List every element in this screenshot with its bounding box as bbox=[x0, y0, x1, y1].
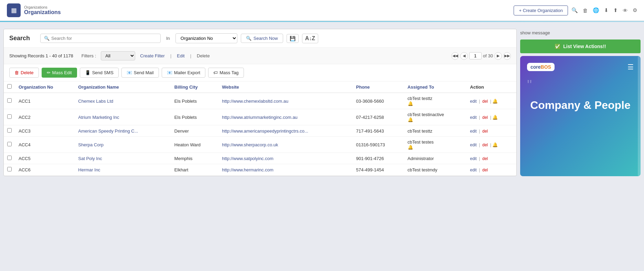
alert-icon-1: 🔔 bbox=[408, 117, 413, 122]
table-row: ACC3 American Speedy Printing C... Denve… bbox=[4, 125, 516, 137]
action-sep2-1: | bbox=[490, 115, 491, 120]
cell-city-2: Denver bbox=[171, 125, 218, 137]
pagination: ◀◀ ◀ of 30 ▶ ▶▶ bbox=[451, 52, 511, 60]
delete-button[interactable]: 🗑 Delete bbox=[9, 68, 39, 78]
action-alert-icon-3: 🔔 bbox=[492, 142, 498, 147]
website-link-0[interactable]: http://www.chemexlabsltd.com.au bbox=[222, 99, 288, 104]
search-icon[interactable]: 🔍 bbox=[571, 7, 578, 13]
cell-city-3: Heaton Ward bbox=[171, 137, 218, 153]
pagination-last-button[interactable]: ▶▶ bbox=[503, 52, 511, 60]
pagination-prev-button[interactable]: ◀ bbox=[460, 52, 468, 60]
website-link-5[interactable]: http://www.hermarinc.com bbox=[222, 167, 273, 172]
cell-website-1: http://www.atriummarketinginc.com.au bbox=[218, 109, 353, 125]
del-link-5[interactable]: del bbox=[482, 168, 488, 172]
org-name-link-1[interactable]: Atrium Marketing Inc bbox=[78, 115, 119, 120]
org-name-link-4[interactable]: Sat Poly Inc bbox=[78, 156, 102, 161]
col-assigned-to[interactable]: Assigned To bbox=[404, 81, 467, 93]
org-name-link-2[interactable]: American Speedy Printing C... bbox=[78, 128, 138, 134]
mailer-export-label: Mailer Export bbox=[174, 70, 201, 75]
filters-dropdown[interactable]: All bbox=[101, 51, 135, 60]
col-website[interactable]: Website bbox=[218, 81, 353, 93]
delete-icon[interactable]: 🗑 bbox=[583, 8, 588, 13]
cell-org-id-2: ACC3 bbox=[15, 125, 75, 137]
website-link-4[interactable]: http://www.satpolyinc.com bbox=[222, 156, 273, 161]
edit-link-5[interactable]: edit bbox=[470, 168, 476, 172]
action-sep-1: | bbox=[479, 115, 480, 120]
search-now-button[interactable]: 🔍 Search Now bbox=[241, 34, 283, 43]
download-icon[interactable]: ⬇ bbox=[604, 7, 609, 13]
cell-action-4: edit | del bbox=[466, 153, 516, 164]
edit-link-4[interactable]: edit bbox=[470, 156, 476, 161]
col-org-name[interactable]: Organization Name bbox=[75, 81, 171, 93]
row-checkbox-4[interactable] bbox=[7, 156, 12, 160]
del-link-1[interactable]: del bbox=[482, 115, 488, 120]
pagination-next-button[interactable]: ▶ bbox=[494, 52, 502, 60]
search-field-dropdown[interactable]: Organization No Organization Name Billin… bbox=[175, 33, 237, 43]
list-view-actions-label: List View Actions!! bbox=[563, 44, 606, 49]
menu-icon[interactable]: ☰ bbox=[627, 63, 634, 71]
edit-link-2[interactable]: edit bbox=[470, 129, 476, 134]
mass-edit-icon: ✏ bbox=[47, 70, 51, 75]
pagination-first-button[interactable]: ◀◀ bbox=[451, 52, 459, 60]
send-mail-label: Send Mail bbox=[134, 70, 154, 75]
col-billing-city[interactable]: Billing City bbox=[171, 81, 218, 93]
table-row: ACC2 Atrium Marketing Inc Els Poblets ht… bbox=[4, 109, 516, 125]
scrollbar[interactable] bbox=[638, 56, 641, 176]
save-search-button[interactable]: 💾 bbox=[287, 34, 299, 43]
action-sep-3: | bbox=[479, 143, 480, 147]
select-all-checkbox[interactable] bbox=[7, 84, 12, 89]
edit-link-1[interactable]: edit bbox=[470, 115, 476, 120]
corebos-logo-box: coreBOS bbox=[527, 63, 555, 71]
row-checkbox-0[interactable] bbox=[7, 98, 12, 103]
col-phone[interactable]: Phone bbox=[353, 81, 404, 93]
mass-tag-button[interactable]: 🏷 Mass Tag bbox=[208, 68, 244, 78]
cell-website-5: http://www.hermarinc.com bbox=[218, 164, 353, 176]
mass-edit-button[interactable]: ✏ Mass Edit bbox=[42, 68, 77, 78]
create-organization-button[interactable]: + Create Organization bbox=[514, 5, 568, 15]
org-name-link-0[interactable]: Chemex Labs Ltd bbox=[78, 99, 113, 104]
action-sep-0: | bbox=[479, 99, 480, 104]
search-magnifier-icon: 🔍 bbox=[44, 36, 50, 41]
show-message-text: show message bbox=[520, 29, 641, 37]
cell-phone-4: 901-901-4726 bbox=[353, 153, 404, 164]
mailer-export-button[interactable]: 📧 Mailer Export bbox=[162, 68, 206, 78]
edit-link-0[interactable]: edit bbox=[470, 99, 476, 104]
del-link-4[interactable]: del bbox=[482, 156, 488, 161]
view-icon[interactable]: 👁 bbox=[623, 8, 628, 13]
toolbar-icons: 🔍 🗑 🌐 ⬇ ⬆ 👁 ⚙ bbox=[571, 7, 637, 13]
mass-tag-label: Mass Tag bbox=[219, 70, 238, 75]
edit-filter-link[interactable]: Edit bbox=[177, 53, 184, 58]
globe-icon[interactable]: 🌐 bbox=[593, 7, 599, 13]
website-link-2[interactable]: http://www.americanspeedyprintingctrs.co… bbox=[222, 128, 308, 134]
send-sms-button[interactable]: 📱 Send SMS bbox=[80, 68, 119, 78]
table-row: ACC1 Chemex Labs Ltd Els Poblets http://… bbox=[4, 93, 516, 109]
cell-org-name-4: Sat Poly Inc bbox=[75, 153, 171, 164]
table-header: Organization No Organization Name Billin… bbox=[4, 81, 516, 93]
filter-separator-1: | bbox=[170, 53, 171, 58]
mass-tag-icon: 🏷 bbox=[213, 70, 218, 75]
row-checkbox-2[interactable] bbox=[7, 128, 12, 133]
delete-filter-link[interactable]: Delete bbox=[197, 53, 210, 58]
corebos-logo-text: coreBOS bbox=[527, 63, 555, 71]
settings-icon[interactable]: ⚙ bbox=[633, 7, 637, 13]
sort-button[interactable]: A↓Z bbox=[302, 34, 318, 43]
col-org-no[interactable]: Organization No bbox=[15, 81, 75, 93]
edit-link-3[interactable]: edit bbox=[470, 143, 476, 147]
org-name-link-3[interactable]: Sherpa Corp bbox=[78, 142, 104, 147]
search-input[interactable] bbox=[51, 36, 157, 41]
row-checkbox-3[interactable] bbox=[7, 142, 12, 146]
upload-icon[interactable]: ⬆ bbox=[613, 7, 618, 13]
row-checkbox-5[interactable] bbox=[7, 167, 12, 171]
row-checkbox-1[interactable] bbox=[7, 114, 12, 119]
del-link-2[interactable]: del bbox=[482, 129, 488, 134]
org-name-link-5[interactable]: Hermar Inc bbox=[78, 167, 100, 172]
del-link-3[interactable]: del bbox=[482, 143, 488, 147]
website-link-3[interactable]: http://www.sherpacorp.co.uk bbox=[222, 142, 278, 147]
create-filter-link[interactable]: Create Filter bbox=[140, 53, 165, 58]
send-mail-button[interactable]: 📧 Send Mail bbox=[121, 68, 159, 78]
list-view-actions-button[interactable]: ✅ List View Actions!! bbox=[520, 39, 641, 53]
action-sep-5: | bbox=[479, 168, 480, 172]
page-number-input[interactable] bbox=[469, 52, 482, 59]
del-link-0[interactable]: del bbox=[482, 99, 488, 104]
website-link-1[interactable]: http://www.atriummarketinginc.com.au bbox=[222, 115, 298, 120]
